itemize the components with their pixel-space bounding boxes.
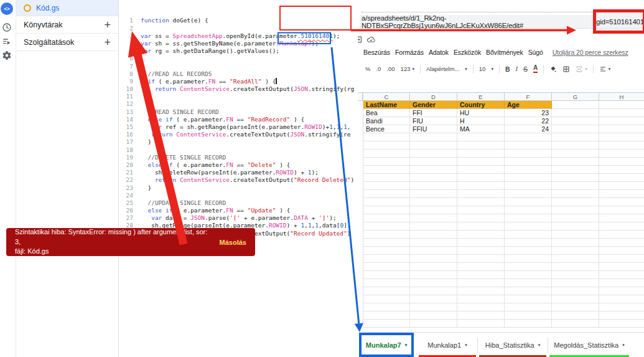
grid-cell[interactable]: [599, 239, 644, 247]
menu-bővítmények[interactable]: Bővítmények: [486, 49, 523, 56]
grid-cell[interactable]: [552, 295, 599, 303]
grid-cell[interactable]: [599, 125, 644, 133]
grid-cell[interactable]: [363, 206, 410, 214]
grid-cell[interactable]: [552, 287, 599, 295]
menu-eszközök[interactable]: Eszközök: [454, 49, 481, 56]
grid-cell[interactable]: [505, 141, 552, 150]
grid-cell[interactable]: [363, 214, 410, 222]
grid-cell[interactable]: [363, 231, 410, 239]
menu-beszúrás[interactable]: Beszúrás: [363, 49, 390, 56]
code-line[interactable]: 14 else if ( e.parameter.FN == "ReadReco…: [118, 116, 361, 123]
grid-cell[interactable]: [552, 231, 599, 239]
grid-cell[interactable]: [552, 206, 599, 214]
grid-cell[interactable]: [505, 182, 552, 190]
grid-cell[interactable]: [457, 214, 505, 222]
grid-cell[interactable]: [363, 222, 410, 231]
grid-cell[interactable]: Bea: [363, 109, 410, 117]
grid-cell[interactable]: [457, 182, 505, 190]
copy-button[interactable]: Másolás: [220, 239, 246, 246]
code-line[interactable]: 15 var ref = sh.getRange(parseInt(e.para…: [118, 123, 361, 131]
grid-cell[interactable]: [410, 320, 457, 328]
grid-cell[interactable]: [363, 295, 410, 303]
grid-cell[interactable]: [505, 190, 552, 198]
grid-cell[interactable]: [505, 312, 552, 320]
grid-cell[interactable]: [599, 279, 644, 287]
grid-cell[interactable]: [552, 279, 599, 287]
grid-cell[interactable]: [410, 255, 457, 263]
grid-cell[interactable]: [363, 312, 410, 320]
grid-cell[interactable]: [505, 295, 552, 303]
grid-cell[interactable]: [363, 263, 410, 271]
grid-cell[interactable]: [363, 255, 410, 263]
grid-cell[interactable]: [457, 247, 505, 255]
column-header-C[interactable]: C: [363, 92, 410, 101]
code-line[interactable]: 22 return ContentService.createTextOutpu…: [118, 176, 361, 184]
grid-cell[interactable]: [363, 166, 410, 174]
executions-icon[interactable]: [1, 36, 13, 48]
grid-cell[interactable]: [410, 279, 457, 287]
grid-cell[interactable]: [410, 206, 457, 214]
grid-cell[interactable]: [552, 117, 599, 125]
decrease-decimal-button[interactable]: .0: [376, 65, 381, 72]
grid-cell[interactable]: [457, 303, 505, 312]
grid-cell[interactable]: [599, 117, 644, 125]
font-size-select[interactable]: 10▾: [479, 65, 493, 72]
grid-cell[interactable]: Bandi: [363, 117, 410, 125]
last-edited-link[interactable]: Utoljára 20 perce szerkesz: [553, 49, 628, 56]
increase-decimal-button[interactable]: .00: [386, 65, 394, 72]
text-color-button[interactable]: A: [533, 65, 538, 73]
tab-menu-caret[interactable]: ▾: [405, 343, 408, 348]
tab-menu-caret[interactable]: ▾: [622, 343, 625, 348]
grid-cell[interactable]: [599, 206, 644, 214]
grid-cell[interactable]: [457, 141, 505, 150]
code-line[interactable]: 25 //UPDATE SINGLE RECORD: [118, 199, 361, 207]
code-line[interactable]: 2: [118, 25, 361, 32]
grid-cell[interactable]: MA: [457, 125, 505, 133]
code-line[interactable]: 16 return ContentService.createTextOutpu…: [118, 131, 361, 138]
grid-cell[interactable]: H: [457, 117, 505, 125]
editor-icon[interactable]: <>: [1, 2, 13, 15]
grid-cell[interactable]: [410, 312, 457, 320]
grid-cell[interactable]: [599, 190, 644, 198]
grid-cell[interactable]: [552, 222, 599, 231]
grid-cell[interactable]: [552, 271, 599, 279]
grid-cell[interactable]: [599, 174, 644, 182]
grid-cell[interactable]: [552, 141, 599, 150]
grid-cell[interactable]: [552, 174, 599, 182]
grid-cell[interactable]: [410, 198, 457, 206]
grid-cell[interactable]: [505, 222, 552, 231]
grid-cell[interactable]: [505, 198, 552, 206]
code-line[interactable]: 4var sh = ss.getSheetByName(e.parameter.…: [118, 40, 361, 47]
add-library-button[interactable]: +: [104, 19, 111, 31]
grid-cell[interactable]: [552, 247, 599, 255]
code-line[interactable]: 17 }: [118, 138, 361, 146]
grid-cell[interactable]: [552, 255, 599, 263]
code-line[interactable]: 26 else if ( e.parameter.FN == "Update" …: [118, 207, 361, 214]
code-line[interactable]: 3var ss = SpreadsheetApp.openById(e.para…: [118, 32, 361, 40]
sheet-tab-munkalap7[interactable]: Munkalap7▾: [359, 333, 414, 357]
grid-cell[interactable]: [410, 141, 457, 150]
grid-cell[interactable]: [457, 150, 505, 158]
percent-format-button[interactable]: %: [365, 65, 370, 72]
code-line[interactable]: 10 return ContentService.createTextOutpu…: [118, 85, 361, 93]
code-line[interactable]: 23 }: [118, 184, 361, 192]
grid-cell[interactable]: [363, 141, 410, 150]
menu-adatok[interactable]: Adatok: [429, 49, 449, 56]
grid-cell[interactable]: [410, 133, 457, 141]
grid-cell[interactable]: Bence: [363, 125, 410, 133]
grid-cell[interactable]: [410, 158, 457, 166]
column-header-G[interactable]: G: [552, 92, 599, 101]
menu-formázás[interactable]: Formázás: [395, 49, 424, 56]
grid-cell[interactable]: [505, 239, 552, 247]
grid-cell[interactable]: [599, 182, 644, 190]
sheet-tab-hiba_statisztika[interactable]: Hiba_Statisztika▾: [478, 333, 548, 357]
code-line[interactable]: 12: [118, 100, 361, 108]
libraries-row[interactable]: Könyvtárak +: [16, 16, 118, 34]
grid-cell[interactable]: [457, 320, 505, 328]
grid-cell[interactable]: [599, 231, 644, 239]
grid-cell[interactable]: 24: [505, 125, 552, 133]
grid-cell[interactable]: [552, 109, 599, 117]
grid-cell[interactable]: [410, 287, 457, 295]
more-formats-button[interactable]: 123▾: [401, 65, 414, 72]
grid-cell[interactable]: [410, 190, 457, 198]
